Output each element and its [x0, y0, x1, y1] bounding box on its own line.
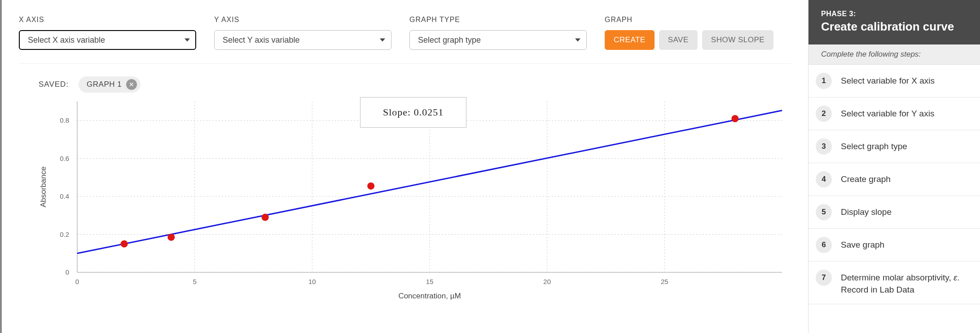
phase-title: Create calibration curve	[821, 20, 967, 34]
svg-text:10: 10	[308, 278, 316, 285]
step-text: Select variable for X axis	[841, 73, 935, 87]
chip-label: GRAPH 1	[87, 80, 122, 89]
phase-subtitle: Complete the following steps:	[809, 44, 980, 65]
step-number: 7	[816, 270, 832, 286]
svg-text:20: 20	[543, 278, 551, 285]
step-number: 6	[816, 237, 832, 253]
step-number: 2	[816, 106, 832, 122]
svg-text:Concentration, µM: Concentration, µM	[398, 292, 461, 300]
step-text: Determine molar absorptivity, ε. Record …	[841, 270, 969, 296]
svg-line-24	[77, 111, 782, 253]
save-button[interactable]: SAVE	[659, 30, 698, 50]
step-text: Save graph	[841, 237, 884, 251]
step-item: 7Determine molar absorptivity, ε. Record…	[809, 262, 980, 304]
step-item: 1Select variable for X axis	[809, 65, 980, 98]
step-text: Select variable for Y axis	[841, 106, 934, 120]
step-text: Create graph	[841, 171, 891, 186]
phase-sidebar: PHASE 3: Create calibration curve Comple…	[808, 0, 980, 333]
step-item: 5Display slope	[809, 196, 980, 229]
y-axis-label: Y AXIS	[214, 16, 391, 24]
svg-point-25	[121, 240, 128, 248]
svg-text:0.8: 0.8	[60, 116, 69, 124]
svg-text:0.4: 0.4	[60, 192, 69, 200]
step-item: 4Create graph	[809, 163, 980, 196]
x-axis-label: X AXIS	[19, 16, 196, 24]
calibration-chart: 00.20.40.60.80510152025Concentration, µM…	[28, 97, 791, 304]
svg-text:0: 0	[66, 268, 69, 276]
x-axis-select[interactable]: Select X axis variable	[19, 30, 196, 50]
show-slope-button[interactable]: SHOW SLOPE	[702, 30, 773, 50]
step-number: 5	[816, 204, 832, 220]
step-item: 6Save graph	[809, 229, 980, 262]
steps-list: 1Select variable for X axis2Select varia…	[809, 65, 980, 304]
graph-buttons: CREATE SAVE SHOW SLOPE	[605, 30, 773, 50]
x-axis-select-wrap: Select X axis variable	[19, 30, 196, 50]
close-icon[interactable]: ✕	[126, 79, 137, 90]
chart-area: Slope: 0.0251 00.20.40.60.80510152025Con…	[28, 97, 791, 308]
graph-type-group: GRAPH TYPE Select graph type	[409, 16, 587, 50]
x-axis-group: X AXIS Select X axis variable	[19, 16, 196, 50]
step-text: Select graph type	[841, 138, 907, 153]
phase-header: PHASE 3: Create calibration curve	[809, 0, 980, 44]
step-number: 3	[816, 138, 832, 155]
create-button[interactable]: CREATE	[605, 30, 655, 50]
svg-text:Absorbance: Absorbance	[39, 167, 48, 208]
svg-text:0.2: 0.2	[60, 231, 69, 238]
y-axis-select[interactable]: Select Y axis variable	[214, 30, 391, 50]
step-item: 2Select variable for Y axis	[809, 98, 980, 130]
step-number: 1	[816, 73, 832, 89]
step-item: 3Select graph type	[809, 130, 980, 163]
controls-row: X AXIS Select X axis variable Y AXIS Sel…	[19, 16, 791, 64]
graph-actions-group: GRAPH CREATE SAVE SHOW SLOPE	[605, 16, 773, 50]
graph-type-select[interactable]: Select graph type	[409, 30, 587, 50]
graph-type-label: GRAPH TYPE	[409, 16, 587, 24]
step-number: 4	[816, 171, 832, 187]
svg-point-28	[367, 182, 374, 190]
y-axis-group: Y AXIS Select Y axis variable	[214, 16, 391, 50]
svg-text:5: 5	[193, 278, 196, 285]
graph-type-select-wrap: Select graph type	[409, 30, 587, 50]
step-text: Display slope	[841, 204, 892, 218]
phase-kicker: PHASE 3:	[821, 10, 967, 18]
saved-graph-chip[interactable]: GRAPH 1 ✕	[79, 76, 141, 93]
main-panel: X AXIS Select X axis variable Y AXIS Sel…	[0, 0, 808, 333]
svg-point-26	[167, 234, 175, 241]
graph-actions-label: GRAPH	[605, 16, 773, 24]
svg-text:15: 15	[426, 278, 434, 285]
svg-text:0.6: 0.6	[60, 155, 69, 162]
saved-label: SAVED:	[39, 80, 69, 89]
slope-display: Slope: 0.0251	[360, 97, 466, 128]
svg-text:25: 25	[661, 278, 668, 285]
svg-point-29	[731, 115, 738, 122]
svg-text:0: 0	[75, 278, 79, 285]
saved-row: SAVED: GRAPH 1 ✕	[19, 64, 791, 97]
y-axis-select-wrap: Select Y axis variable	[214, 30, 391, 50]
svg-point-27	[262, 214, 269, 221]
